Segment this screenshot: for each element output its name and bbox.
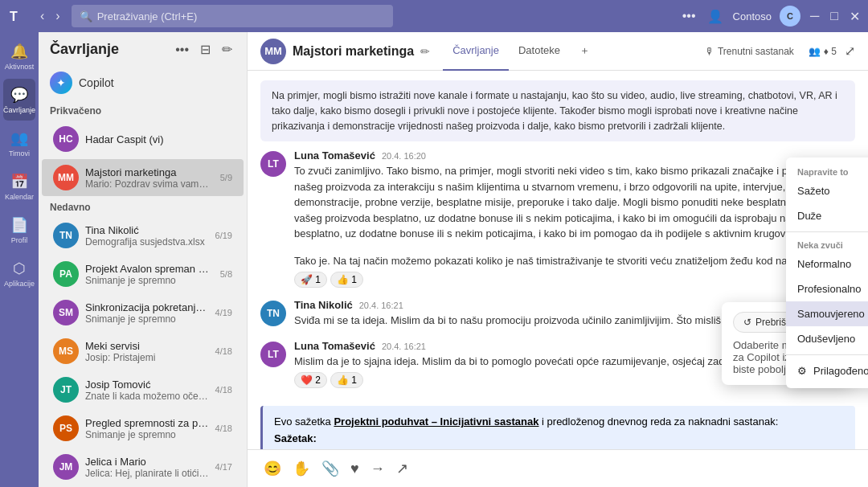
sender-name: Luna Tomašević: [294, 149, 375, 162]
more-options-button[interactable]: •••: [681, 7, 698, 25]
sidebar-item-apps[interactable]: ⬡ Aplikacije: [3, 252, 35, 294]
reaction-item[interactable]: 👍 1: [330, 272, 363, 288]
dropdown-item-prilagodeno[interactable]: ⚙ Prilagođeno: [786, 358, 868, 383]
send-button[interactable]: ↗: [393, 456, 411, 481]
sidebar-filter-button[interactable]: ⊟: [197, 40, 214, 59]
teams-logo: T: [6, 5, 29, 27]
nav-buttons: ‹ ›: [35, 6, 65, 27]
meeting-icon: 🎙: [705, 46, 714, 57]
sidebar-header: Čavrljanje ••• ⊟ ✏: [39, 32, 247, 67]
list-item[interactable]: TN Tina Nikolić Demografija susjedstva.x…: [42, 217, 244, 254]
list-item[interactable]: PS Pregled spremnosti za pokretanje pr..…: [42, 410, 244, 447]
close-button[interactable]: ✕: [848, 7, 862, 26]
sidebar-item-activity[interactable]: 🔔 Aktivnost: [3, 35, 35, 77]
chat-info: Meki servisi Josip: Pristajemi: [85, 340, 209, 363]
reactions: 🚀 1 👍 1: [294, 272, 855, 288]
list-item[interactable]: MS Meki servisi Josip: Pristajemi 4/18: [42, 333, 244, 370]
nav-forward-button[interactable]: ›: [51, 6, 64, 27]
activity-label: Aktivnost: [5, 63, 35, 71]
content-header: MM Majstori marketinga ✏ Čavrljanje Dato…: [248, 32, 868, 71]
message-input-area: 😊 ✋ 📎 ♥ → ↗: [248, 449, 868, 487]
header-tabs: Čavrljanje Datoteke ＋: [443, 32, 600, 71]
chat-icon: 💬: [10, 86, 28, 104]
list-item[interactable]: JT Josip Tomović Znate li kada možemo oč…: [42, 371, 244, 408]
dropdown-section-napravite: Napravite to: [786, 162, 868, 178]
list-item[interactable]: MM Majstori marketinga Mario: Pozdrav sv…: [42, 159, 244, 196]
minimize-button[interactable]: ─: [809, 7, 821, 25]
dropdown-item-samouvjereno[interactable]: Samouvjereno: [786, 301, 868, 326]
message-group: LT Tako je. Na taj način možemo pokazati…: [260, 253, 855, 289]
avatar: MS: [53, 338, 79, 364]
participants-count: ♦ 5: [824, 46, 837, 57]
chat-info: Sinkronizacija pokretanja Mark 8 Snimanj…: [85, 301, 209, 325]
expand-icon[interactable]: ⤢: [845, 43, 855, 59]
chat-name: Jelica i Mario: [85, 456, 209, 468]
chat-info: Pregled spremnosti za pokretanje pr... S…: [85, 417, 209, 440]
dropdown-item-neformalno[interactable]: Neformalno: [786, 252, 868, 276]
like-button[interactable]: ♥: [347, 457, 362, 481]
channel-name: Majstori marketinga: [293, 44, 414, 59]
chat-info: Tina Nikolić Demografija susjedstva.xlsx: [85, 224, 209, 248]
chat-preview: Snimanje je spremno: [85, 429, 209, 440]
dropdown-divider: [786, 231, 868, 232]
message-header: Luna Tomašević 20.4. 16:20: [294, 149, 855, 162]
search-input[interactable]: [97, 10, 385, 23]
dropdown-section-neka: Neka zvuči: [786, 235, 868, 252]
nav-back-button[interactable]: ‹: [35, 6, 49, 27]
reaction-item[interactable]: ❤️ 2: [294, 372, 327, 388]
chat-name: Sinkronizacija pokretanja Mark 8: [85, 301, 209, 313]
message-body: Luna Tomašević 20.4. 16:20 To zvuči zani…: [294, 149, 855, 242]
profile-icon[interactable]: 👤: [706, 7, 725, 26]
reaction-item[interactable]: 🚀 1: [294, 272, 327, 288]
chat-label: Čavrljanje: [3, 106, 35, 114]
search-bar[interactable]: 🔍: [72, 5, 393, 27]
maximize-button[interactable]: □: [829, 7, 840, 25]
sidebar-item-calendar[interactable]: 📅 Kalendar: [3, 166, 35, 207]
dropdown-item-odusevljeno[interactable]: Oduševljeno: [786, 326, 868, 351]
avatar: SM: [53, 300, 79, 325]
list-item[interactable]: SM Sinkronizacija pokretanja Mark 8 Snim…: [42, 294, 244, 331]
tab-add[interactable]: ＋: [570, 32, 600, 71]
dropdown-item-duze[interactable]: Duže: [786, 203, 868, 228]
reaction-item[interactable]: 👍 1: [330, 372, 363, 388]
avatar: TN: [53, 223, 79, 248]
files-label: Profil: [11, 236, 28, 244]
chat-name: Projekt Avalon spreman za lansiranje: [85, 263, 214, 275]
list-item[interactable]: PA Projekt Avalon spreman za lansiranje …: [42, 256, 244, 293]
pinned-section-label: Prikvačeno: [39, 100, 247, 120]
copilot-section[interactable]: ✦ Copilot: [39, 67, 247, 100]
chat-date: 4/18: [215, 385, 232, 395]
avatar: MM: [53, 165, 79, 190]
topbar-right: ••• 👤 Contoso C ─ □ ✕: [681, 6, 862, 27]
copilot-label: Copilot: [79, 76, 114, 89]
message-text: Tako je. Na taj način možemo pokazati ko…: [294, 253, 855, 269]
avatar: HC: [53, 126, 79, 152]
sidebar-item-teams[interactable]: 👥 Timovi: [3, 122, 35, 164]
format-button[interactable]: →: [367, 457, 388, 481]
gif-button[interactable]: ✋: [289, 456, 313, 481]
sidebar-more-button[interactable]: •••: [172, 40, 192, 59]
list-item[interactable]: HC Hadar Caspit (vi): [42, 121, 244, 158]
avatar: TN: [260, 301, 286, 326]
chat-date: 4/19: [215, 308, 232, 317]
sidebar: Čavrljanje ••• ⊟ ✏ ✦ Copilot Prikvačeno …: [39, 32, 248, 487]
list-item[interactable]: JM Jelica i Mario Jelica: Hej, planirate…: [42, 448, 244, 485]
header-right-actions: 🎙 Trenutni sastanak 👥 ♦ 5 ⤢: [698, 43, 855, 60]
tab-cavrljanje[interactable]: Čavrljanje: [443, 32, 509, 71]
dropdown-item-profesionalno[interactable]: Profesionalno: [786, 276, 868, 301]
meeting-button[interactable]: 🎙 Trenutni sastanak: [698, 43, 800, 60]
chat-preview: Mario: Pozdrav svima vama, moje kolege i…: [85, 178, 214, 190]
sidebar-title: Čavrljanje: [50, 41, 166, 58]
emoji-button[interactable]: 😊: [260, 456, 285, 481]
dropdown-item-sazeto[interactable]: Sažeto: [786, 178, 868, 203]
sidebar-item-files[interactable]: 📄 Profil: [3, 209, 35, 251]
meeting-label: Trenutni sastanak: [718, 46, 794, 57]
chat-preview: Josip: Pristajemi: [85, 352, 209, 363]
sidebar-compose-button[interactable]: ✏: [219, 40, 235, 59]
ai-message-bubble: Na primjer, mogli bismo istražiti nove k…: [260, 80, 855, 141]
sidebar-item-chat[interactable]: 💬 Čavrljanje: [3, 79, 35, 121]
tab-datoteke[interactable]: Datoteke: [509, 32, 570, 71]
edit-icon[interactable]: ✏: [420, 45, 430, 58]
attach-button[interactable]: 📎: [318, 456, 342, 481]
user-avatar[interactable]: C: [780, 6, 800, 27]
